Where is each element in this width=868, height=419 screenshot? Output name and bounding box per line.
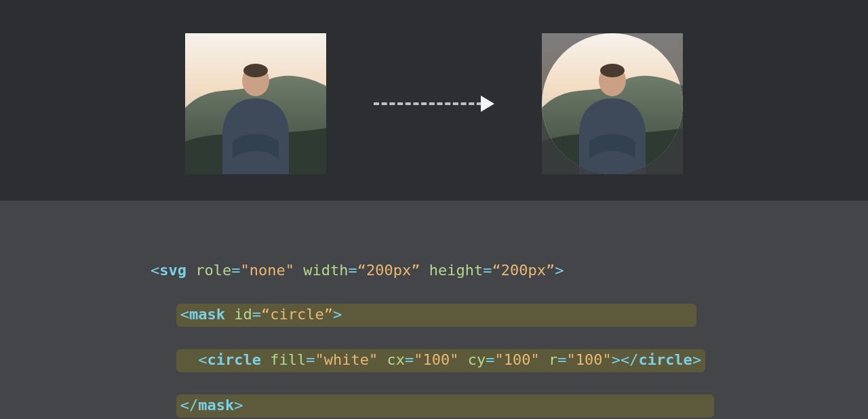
- attr-width: width: [303, 262, 348, 279]
- photo-square-icon: [185, 33, 326, 174]
- code-line-2: <mask id=“circle”>: [151, 304, 868, 327]
- tag-mask: mask: [189, 306, 225, 323]
- val-width: “200px”: [357, 262, 420, 279]
- tag-svg: svg: [159, 262, 186, 279]
- tag-circle: circle: [208, 351, 261, 368]
- highlight-mask-close: </mask>: [176, 395, 714, 418]
- attr-id: id: [234, 306, 252, 323]
- source-photo-square: [185, 33, 326, 174]
- svg-point-9: [600, 64, 625, 77]
- val-role: "none": [240, 262, 294, 279]
- transform-arrow: [374, 96, 494, 112]
- val-id: “circle”: [261, 306, 333, 323]
- arrow-head-icon: [481, 96, 494, 112]
- code-block: <svg role="none" width=“200px” height=“2…: [0, 201, 868, 419]
- highlight-mask-open: <mask id=“circle”>: [176, 304, 696, 327]
- photo-circle-icon: [542, 33, 683, 174]
- svg-point-2: [243, 64, 268, 77]
- arrow-dashed-line: [374, 102, 482, 105]
- code-line-3: <circle fill="white" cx="100" cy="100" r…: [151, 349, 868, 373]
- attr-height: height: [429, 262, 483, 279]
- attr-role: role: [195, 262, 231, 279]
- angle-open: <: [151, 262, 159, 279]
- illustration-panel: [0, 0, 868, 201]
- code-line-4: </mask>: [151, 395, 868, 418]
- highlight-circle: <circle fill="white" cx="100" cy="100" r…: [176, 349, 705, 373]
- val-height: “200px”: [492, 262, 555, 279]
- result-photo-masked: [542, 33, 683, 174]
- code-line-1: <svg role="none" width=“200px” height=“2…: [151, 260, 868, 282]
